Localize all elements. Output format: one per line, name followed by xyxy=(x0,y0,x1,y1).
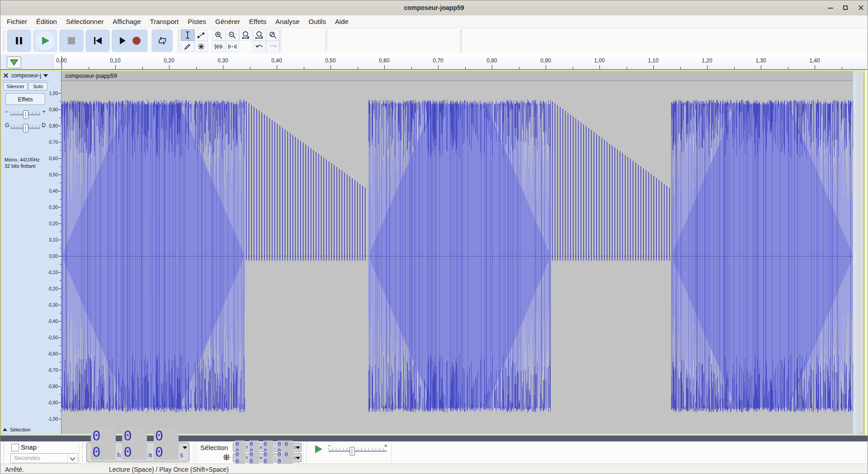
menu-edition[interactable]: Édition xyxy=(32,16,61,27)
menu-pistes[interactable]: Pistes xyxy=(183,16,211,27)
time-grip[interactable] xyxy=(82,443,84,462)
selection-end-dropdown-icon[interactable] xyxy=(296,457,300,460)
solo-button[interactable]: Solo xyxy=(28,82,47,90)
toolbar-grip[interactable] xyxy=(3,29,5,52)
pan-slider-thumb[interactable] xyxy=(23,124,28,133)
play-speed-slider[interactable]: − + xyxy=(328,443,387,454)
time-format-dropdown-icon[interactable] xyxy=(183,446,187,449)
track-menu-icon[interactable] xyxy=(43,74,48,77)
selection-grip[interactable] xyxy=(196,443,198,462)
effects-button[interactable]: Effets xyxy=(5,93,45,105)
timeline-ruler[interactable]: 0,000,100,200,300,400,500,600,700,800,90… xyxy=(0,54,868,70)
track-name[interactable]: composeur-j xyxy=(11,72,41,79)
time-hours[interactable]: 0 0 xyxy=(91,427,116,460)
tools-grip[interactable] xyxy=(178,29,180,52)
snap-unit-select[interactable]: Secondes xyxy=(10,453,78,463)
pan-slider[interactable]: G D xyxy=(5,122,46,132)
redo-icon xyxy=(269,43,277,50)
record-button[interactable] xyxy=(125,29,148,52)
menu-affichage[interactable]: Affichage xyxy=(108,16,145,27)
zoom-fit-button[interactable] xyxy=(253,29,266,41)
timeline-major-tick xyxy=(384,65,385,69)
menu-generer[interactable]: Générer xyxy=(211,16,245,27)
timeline-options-button[interactable] xyxy=(7,57,21,68)
play-speed-thumb[interactable] xyxy=(349,447,355,455)
snap-chevron-icon xyxy=(70,455,75,461)
play-speed-grip[interactable] xyxy=(306,443,308,462)
silence-audio-icon xyxy=(228,43,237,50)
skip-start-button[interactable] xyxy=(85,29,110,52)
pause-button[interactable] xyxy=(7,29,31,52)
loop-button[interactable] xyxy=(151,29,173,52)
stop-icon xyxy=(67,36,76,45)
stop-button[interactable] xyxy=(59,29,84,52)
amplitude-label: -0,90 xyxy=(47,400,58,405)
silence-audio-button[interactable] xyxy=(226,41,239,52)
clip-title-bar[interactable]: composeur-joapp59 xyxy=(61,71,853,81)
waveform-canvas[interactable] xyxy=(61,81,853,434)
mute-button[interactable]: Silencer xyxy=(3,82,28,90)
timeline-major-tick xyxy=(115,65,116,69)
gain-plus-label: + xyxy=(42,109,46,115)
amplitude-label: -0,30 xyxy=(47,303,58,308)
timeline-major-tick xyxy=(815,65,815,69)
amplitude-major-tick xyxy=(58,93,61,94)
zoom-in-button[interactable] xyxy=(212,29,226,41)
selection-end-field[interactable]: 0 0h 0 0m 0 0, 0 0 0s xyxy=(233,453,302,462)
audio-setup-grip[interactable] xyxy=(279,29,281,52)
amplitude-minor-tick xyxy=(60,134,61,134)
menu-aide[interactable]: Aide xyxy=(330,16,353,27)
menu-effets[interactable]: Effets xyxy=(245,16,271,27)
amplitude-label: -1,00 xyxy=(47,417,58,422)
menu-fichier[interactable]: Fichier xyxy=(2,16,32,27)
zoom-out-button[interactable] xyxy=(226,29,239,41)
gain-slider[interactable]: − + xyxy=(5,109,46,118)
minimize-icon[interactable] xyxy=(826,4,835,12)
zoom-selection-button[interactable] xyxy=(239,29,253,41)
amplitude-label: -0,10 xyxy=(47,270,58,275)
timeline-minor-tick xyxy=(519,67,519,69)
amplitude-label: 0,10 xyxy=(49,237,58,242)
multi-tool-button[interactable] xyxy=(194,41,208,52)
amplitude-ruler[interactable]: 1,000,900,800,700,600,500,400,300,200,10… xyxy=(49,71,61,435)
vertical-scrollbar-thumb[interactable] xyxy=(858,72,864,433)
track-close-icon[interactable] xyxy=(3,72,9,79)
collapse-icon xyxy=(3,428,7,431)
selection-settings-button[interactable] xyxy=(223,454,230,463)
selection-start-field[interactable]: 0 0h 0 0m 0 0, 0 0 0s xyxy=(233,443,302,452)
snap-checkbox[interactable] xyxy=(11,444,19,451)
selection-tool-button[interactable] xyxy=(181,29,194,41)
timeline-major-tick xyxy=(277,65,277,69)
maximize-icon[interactable] xyxy=(842,4,850,12)
menu-outils[interactable]: Outils xyxy=(304,16,330,27)
timeline-minor-tick xyxy=(680,67,681,69)
close-icon[interactable] xyxy=(857,4,865,12)
rec-meter-grip[interactable] xyxy=(325,29,327,52)
track-control-panel[interactable]: composeur-j Silencer Solo Effets − + G D… xyxy=(1,71,49,435)
amplitude-minor-tick xyxy=(60,378,61,379)
play-at-speed-button[interactable] xyxy=(312,444,324,455)
menu-transport[interactable]: Transport xyxy=(146,16,184,27)
timeline-minor-tick xyxy=(196,67,197,69)
trim-audio-button[interactable] xyxy=(212,41,226,52)
redo-button[interactable] xyxy=(266,41,280,52)
time-seconds[interactable]: 0 0 xyxy=(154,427,179,460)
zoom-toggle-button[interactable] xyxy=(266,29,280,41)
draw-tool-button[interactable] xyxy=(181,41,194,52)
amplitude-label: 0,60 xyxy=(49,156,58,161)
menu-analyse[interactable]: Analyse xyxy=(271,16,304,27)
play-button[interactable] xyxy=(33,29,57,52)
envelope-tool-button[interactable] xyxy=(194,29,208,41)
timeline-label: 1,40 xyxy=(809,57,820,64)
time-minutes[interactable]: 0 0 xyxy=(122,427,147,460)
snap-grip[interactable] xyxy=(3,443,5,462)
time-display[interactable]: 0 0 h 0 0 m 0 0 s xyxy=(86,442,189,462)
vertical-scrollbar[interactable] xyxy=(856,71,864,434)
undo-button[interactable] xyxy=(253,41,266,52)
menu-selectionner[interactable]: Sélectionner xyxy=(61,16,108,27)
timeline-major-tick xyxy=(761,65,761,69)
selection-start-dropdown-icon[interactable] xyxy=(296,446,300,449)
track-collapse-button[interactable]: Sélection xyxy=(3,426,30,433)
play-meter-grip[interactable] xyxy=(460,29,462,52)
gain-slider-thumb[interactable] xyxy=(23,110,28,119)
